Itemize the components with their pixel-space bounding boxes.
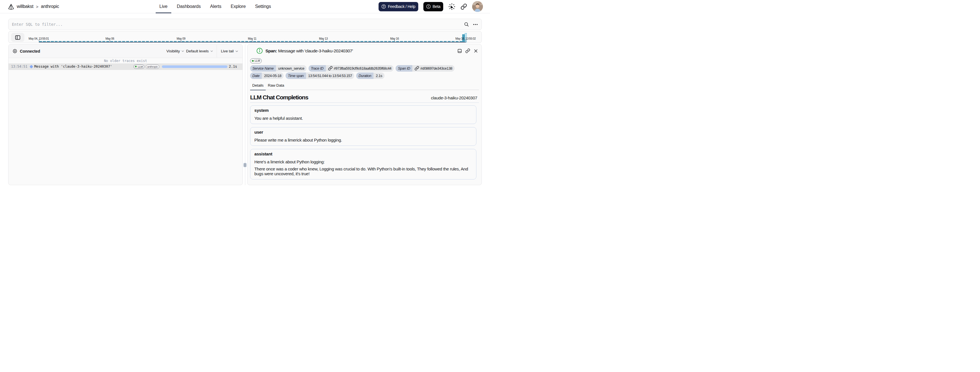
timeline-label-start: May 04, 13:55:01 [29,37,49,41]
badge-label: LLM [138,65,143,68]
timeline-label: May 11 [248,37,256,41]
timeline-label: May 06 [105,37,114,41]
tab-live[interactable]: Live [156,0,171,13]
message-card-user: user Please write me a limerick about Py… [250,127,476,146]
copy-link-button[interactable] [465,48,470,53]
question-circle-icon [382,4,386,9]
breadcrumb-separator-icon: > [36,4,38,9]
link-icon [328,66,332,71]
message-content: Please write me a limerick about Python … [255,138,472,142]
tab-label: Raw Data [268,83,284,87]
chevron-down-icon [235,49,239,53]
close-icon [474,49,478,53]
default-levels-dropdown[interactable]: Default levels [186,49,213,53]
message-role: user [255,129,472,135]
llm-section-heading: LLM Chat Completions claude-3-haiku-2024… [250,94,479,101]
link-icon [465,48,470,53]
tab-alerts[interactable]: Alerts [207,0,225,13]
more-options-icon[interactable] [473,22,478,27]
breadcrumb: willbakst > anthropic [17,4,59,9]
trace-row[interactable]: 13:54:51 Message with 'claude-3-haiku-20… [8,63,242,70]
attr-value: 2024-05-18 [262,73,283,79]
span-details-header: Span:Message with 'claude-3-haiku-202403… [250,47,479,54]
green-dot-icon [135,66,137,67]
tab-settings[interactable]: Settings [251,0,275,13]
anthropic-badge: anthropic [146,65,159,69]
span-panel-actions [457,48,479,53]
grip-dots-icon [244,164,245,166]
tab-details[interactable]: Details [250,83,266,90]
attr-label: Date [250,73,262,79]
close-panel-button[interactable] [474,49,478,53]
info-circle-icon [426,4,431,9]
theme-toggle-button[interactable] [448,3,455,10]
message-card-system: system You are a helpful assistant. [250,105,476,124]
attr-label: Service Name [250,65,276,71]
timeline-label: May 16 [390,37,399,41]
dropdown-label: Live tail [221,49,234,53]
trace-message: Message with 'claude-3-haiku-20240307' [34,65,112,68]
tab-dashboards[interactable]: Dashboards [173,0,204,13]
tag-label: LLM [255,59,260,62]
visibility-dropdown[interactable]: Visibility [167,49,185,53]
attr-trace-id: Trace ID#973fba5919cf9c618aafdb2635f68c4… [309,65,394,71]
panel-resize-divider[interactable] [243,44,247,185]
attr-date: Date2024-05-18 [250,73,283,79]
tab-label: Dashboards [177,4,201,9]
top-actions: Feedback / Help Beta [379,0,483,13]
feedback-help-button[interactable]: Feedback / Help [379,2,418,11]
brand-breadcrumb: willbakst > anthropic [0,4,59,9]
span-tags: LLM [250,58,479,63]
beta-button[interactable]: Beta [423,2,443,11]
message-role: assistant [255,151,472,157]
timeline-label: May 13 [319,37,328,41]
timeline-baseline [39,42,466,42]
link-icon [460,3,467,10]
sun-moon-icon [448,3,455,10]
span-attributes-row2: Date2024-05-18 Time span13:54:51.044 to … [250,73,479,79]
traces-panel: Connected Visibility Default levels Liv [8,44,243,185]
span-details-panel: Span:Message with 'claude-3-haiku-202403… [247,44,482,185]
timeline-label: May 09 [177,37,185,41]
attr-label: Trace ID [309,65,326,71]
tab-raw-data[interactable]: Raw Data [266,83,286,90]
message-content: Here's a limerick about Python logging:T… [255,159,472,176]
attr-span-id: Span ID#d08697de343ce138 [396,65,455,71]
panel-bottom-icon [457,49,462,53]
span-id-link[interactable]: #d08697de343ce138 [420,66,452,71]
message-paragraph: There once was a coder who knew, Logging… [255,166,472,176]
user-avatar[interactable] [472,1,483,12]
attr-duration: Duration2.1s [356,73,384,79]
trace-timestamp: 13:54:51 [11,65,27,68]
traces-panel-controls: Visibility Default levels Live tail [167,44,242,58]
tab-label: Alerts [210,4,221,9]
attr-time-span: Time span13:54:51.044 to 13:54:53.157 [286,73,354,79]
span-title: Span:Message with 'claude-3-haiku-202403… [266,48,353,54]
dock-panel-button[interactable] [457,49,462,53]
attr-value: 2.1s [374,73,384,79]
breadcrumb-org[interactable]: willbakst [17,4,33,9]
resize-grip-handle[interactable] [243,163,247,167]
message-paragraph: Here's a limerick about Python logging: [255,159,472,164]
time-range-histogram: May 04, 13:55:01 May 06 May 09 May 11 Ma… [8,31,482,43]
tab-label: Settings [255,4,271,9]
logfire-logo-icon[interactable] [8,4,14,9]
tab-explore[interactable]: Explore [227,0,250,13]
share-link-button[interactable] [460,3,467,10]
message-paragraph: You are a helpful assistant. [255,116,472,120]
sidebar-toggle-button[interactable] [11,33,24,42]
span-attributes-row1: Service Nameunknown_service Trace ID#973… [250,65,479,71]
gear-icon[interactable] [13,49,17,53]
breadcrumb-project[interactable]: anthropic [41,4,59,9]
message-role: system [255,108,472,113]
section-title: LLM Chat Completions [250,94,308,101]
trace-id-link[interactable]: #973fba5919cf9c618aafdb2635f68c44 [334,66,391,71]
sql-filter-input[interactable] [12,22,464,27]
connection-status-label: Connected [20,49,40,54]
llm-tag-pill: LLM [250,58,262,63]
traces-panel-header: Connected Visibility Default levels Liv [8,44,242,58]
search-icon[interactable] [464,22,469,27]
message-card-assistant: assistant Here's a limerick about Python… [250,149,476,179]
live-tail-dropdown[interactable]: Live tail [221,49,239,53]
attr-label: Duration [356,73,374,79]
